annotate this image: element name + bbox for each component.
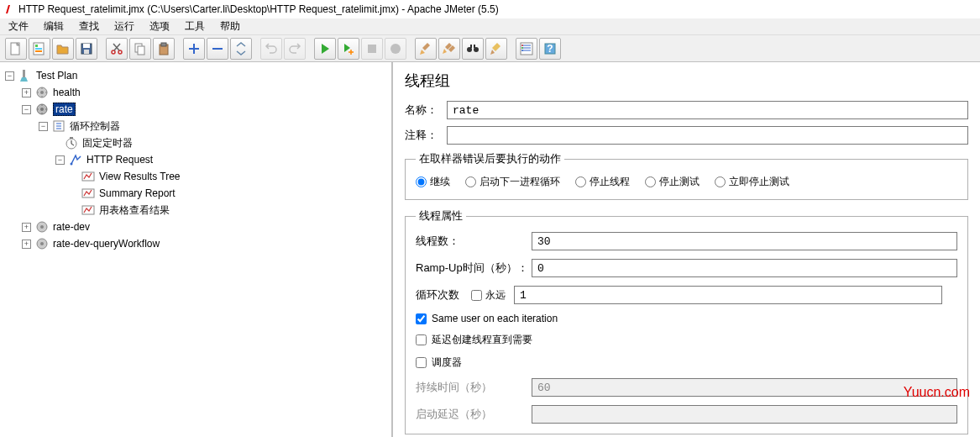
tree-label-selected[interactable]: rate [53, 103, 76, 116]
menu-help[interactable]: 帮助 [220, 19, 240, 34]
svg-point-41 [40, 242, 44, 245]
comment-input[interactable] [447, 126, 968, 145]
sampler-icon [68, 153, 83, 166]
menu-tools[interactable]: 工具 [185, 19, 205, 34]
tree-label[interactable]: health [53, 87, 81, 98]
undo-button[interactable] [260, 38, 282, 60]
expand-button[interactable] [183, 38, 205, 60]
tree-table-report[interactable]: 用表格查看结果 [3, 202, 388, 218]
radio-stop-thread[interactable]: 停止线程 [575, 175, 630, 189]
redo-button[interactable] [284, 38, 306, 60]
svg-rect-2 [35, 45, 38, 47]
new-button[interactable] [5, 38, 27, 60]
stop-button[interactable] [361, 38, 383, 60]
menu-search[interactable]: 查找 [79, 19, 99, 34]
same-user-checkbox[interactable]: Same user on each iteration [416, 313, 957, 324]
function-helper-button[interactable] [516, 38, 537, 60]
start-button[interactable] [314, 38, 336, 60]
tree-rate-dev-query[interactable]: + rate-dev-queryWorkflow [3, 235, 388, 252]
open-button[interactable] [52, 38, 74, 60]
collapse-icon[interactable]: − [22, 105, 31, 114]
toggle-icon [233, 41, 249, 56]
toggle-button[interactable] [230, 38, 252, 60]
comment-label: 注释： [405, 128, 440, 143]
tree-loop-controller[interactable]: − 循环控制器 [3, 118, 388, 134]
tree-label[interactable]: 循环控制器 [70, 119, 120, 134]
rampup-input[interactable] [532, 259, 957, 277]
clear-button[interactable] [415, 38, 437, 60]
expand-icon[interactable]: + [22, 223, 31, 232]
tree-label[interactable]: View Results Tree [99, 171, 181, 182]
name-label: 名称： [405, 103, 440, 118]
help-button[interactable]: ? [539, 38, 561, 60]
expand-icon[interactable]: + [22, 88, 31, 97]
tree-http-request[interactable]: − HTTP Request [3, 151, 388, 168]
menu-edit[interactable]: 编辑 [44, 19, 64, 34]
save-button[interactable] [76, 38, 97, 60]
scheduler-checkbox[interactable]: 调度器 [416, 355, 957, 370]
listener-icon [81, 203, 96, 217]
svg-point-9 [118, 50, 122, 54]
tree-summary-report[interactable]: Summary Report [3, 185, 388, 202]
expand-icon[interactable]: + [22, 240, 31, 249]
radio-continue[interactable]: 继续 [416, 175, 450, 189]
collapse-icon[interactable]: − [39, 122, 48, 131]
tree-health[interactable]: + health [3, 84, 388, 101]
svg-rect-19 [474, 45, 475, 48]
loop-icon [51, 119, 66, 133]
menu-file[interactable]: 文件 [8, 19, 29, 34]
play-icon [317, 41, 333, 56]
menu-run[interactable]: 运行 [114, 19, 134, 34]
search-button[interactable] [462, 38, 484, 60]
start-no-pause-button[interactable] [338, 38, 359, 60]
svg-point-15 [390, 44, 401, 54]
threads-input[interactable] [532, 232, 957, 250]
svg-rect-18 [470, 45, 472, 48]
collapse-icon[interactable]: − [5, 71, 14, 81]
testplan-icon [18, 69, 33, 82]
undo-icon [264, 41, 279, 56]
collapse-icon[interactable]: − [55, 155, 65, 165]
duration-input [532, 378, 957, 397]
tree-rate-dev[interactable]: + rate-dev [3, 218, 388, 235]
panel-title: 线程组 [405, 71, 968, 91]
clear-all-button[interactable] [438, 38, 460, 60]
thread-group-icon [34, 103, 50, 116]
radio-next-loop[interactable]: 启动下一进程循环 [465, 175, 560, 189]
tree-label[interactable]: Summary Report [99, 187, 176, 199]
tree-label[interactable]: rate-dev [53, 221, 90, 233]
menu-options[interactable]: 选项 [149, 19, 170, 34]
tree-root[interactable]: − Test Plan [3, 67, 388, 84]
delay-create-checkbox[interactable]: 延迟创建线程直到需要 [416, 333, 957, 347]
paste-button[interactable] [153, 38, 175, 60]
radio-stop-now[interactable]: 立即停止测试 [715, 175, 789, 189]
shutdown-button[interactable] [385, 38, 406, 60]
shutdown-icon [388, 41, 403, 56]
svg-point-8 [112, 50, 115, 54]
tree-view-results-tree[interactable]: View Results Tree [3, 168, 388, 185]
thread-group-icon [34, 237, 50, 250]
loop-count-input[interactable] [514, 286, 942, 304]
collapse-button[interactable] [207, 38, 228, 60]
window-title: HTTP Request_ratelimit.jmx (C:\Users\Car… [18, 3, 499, 15]
reset-search-button[interactable] [485, 38, 507, 60]
tree-label[interactable]: HTTP Request [86, 154, 153, 166]
radio-stop-test[interactable]: 停止测试 [645, 175, 700, 189]
svg-rect-33 [70, 137, 73, 139]
duration-label: 持续时间（秒） [416, 380, 532, 395]
main-content: − Test Plan + health − rate − 循环控制器 固定定时… [0, 62, 980, 437]
svg-point-23 [521, 50, 523, 51]
tree-rate[interactable]: − rate [3, 101, 388, 118]
tree-label[interactable]: rate-dev-queryWorkflow [53, 238, 160, 250]
cut-button[interactable] [106, 38, 128, 60]
tree-fixed-timer[interactable]: 固定定时器 [3, 134, 388, 151]
loop-forever-checkbox[interactable]: 永远 [471, 288, 506, 303]
redo-icon [287, 41, 302, 56]
tree-label[interactable]: 固定定时器 [82, 136, 133, 150]
tree-label[interactable]: 用表格查看结果 [99, 203, 170, 218]
copy-button[interactable] [129, 38, 151, 60]
tree-label[interactable]: Test Plan [36, 70, 77, 82]
templates-button[interactable] [29, 38, 50, 60]
brooms-icon [442, 41, 457, 56]
name-input[interactable] [447, 101, 968, 119]
